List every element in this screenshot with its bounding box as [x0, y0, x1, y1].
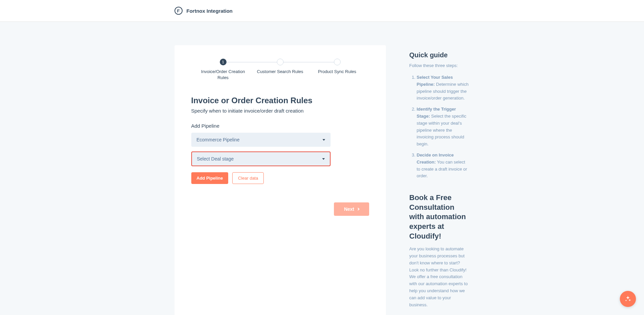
guide-list: Select Your Sales Pipeline: Determine wh… [409, 74, 470, 180]
step-label-3: Product Sync Rules [309, 69, 366, 75]
pipeline-label: Add Pipeline [191, 123, 369, 129]
caret-down-icon [323, 139, 325, 141]
next-button[interactable]: Next [334, 202, 369, 216]
step-product-sync[interactable]: Product Sync Rules [309, 59, 366, 75]
step-line [223, 62, 280, 62]
consult-text: Are you looking to automate your busines… [409, 246, 470, 308]
sparkle-icon [624, 295, 632, 303]
guide-intro: Follow these three steps: [409, 63, 470, 68]
chevron-right-icon [356, 208, 359, 210]
guide-item-2: Identify the Trigger Stage: Select the s… [417, 106, 470, 148]
caret-down-icon [322, 158, 325, 160]
help-fab[interactable] [620, 291, 636, 307]
logo-letter: F [177, 8, 180, 13]
step-circle-1: 1 [220, 59, 227, 65]
step-customer-search[interactable]: Customer Search Rules [252, 59, 309, 75]
stepper: 1 Invoice/Order Creation Rules Customer … [191, 59, 369, 81]
guide-title: Quick guide [409, 51, 470, 59]
step-label-1: Invoice/Order Creation Rules [195, 69, 252, 81]
consult-title: Book a Free Consultation with automation… [409, 193, 470, 241]
section-title: Invoice or Order Creation Rules [191, 96, 369, 105]
step-circle-3 [334, 59, 341, 65]
next-button-label: Next [344, 206, 354, 212]
clear-data-button[interactable]: Clear data [232, 172, 264, 184]
sidebar: Quick guide Follow these three steps: Se… [409, 45, 470, 315]
step-circle-2 [277, 59, 284, 65]
dealstage-select[interactable]: Select Deal stage [191, 151, 331, 166]
guide-item-1: Select Your Sales Pipeline: Determine wh… [417, 74, 470, 102]
page-title: Fortnox Integration [187, 8, 233, 14]
guide-item-3: Decide on Invoice Creation: You can sele… [417, 152, 470, 180]
pipeline-selected-value: Ecommerce Pipeline [197, 137, 240, 142]
step-invoice-rules[interactable]: 1 Invoice/Order Creation Rules [195, 59, 252, 81]
header: F Fortnox Integration [0, 0, 644, 22]
step-line [280, 62, 337, 62]
dealstage-placeholder: Select Deal stage [197, 156, 234, 162]
logo-icon: F [175, 7, 183, 15]
main-card: 1 Invoice/Order Creation Rules Customer … [175, 45, 386, 315]
step-label-2: Customer Search Rules [252, 69, 309, 75]
section-subtitle: Specify when to initiate invoice/order d… [191, 108, 369, 114]
pipeline-select[interactable]: Ecommerce Pipeline [191, 133, 331, 147]
add-pipeline-button[interactable]: Add Pipeline [191, 172, 229, 184]
